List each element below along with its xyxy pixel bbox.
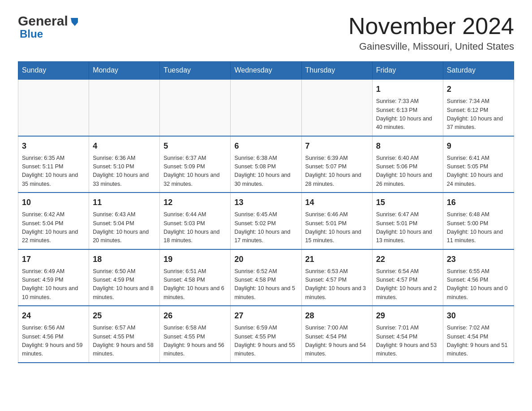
day-info: Sunrise: 6:51 AM Sunset: 4:58 PM Dayligh… (163, 267, 227, 302)
week-row-2: 3Sunrise: 6:35 AM Sunset: 5:11 PM Daylig… (18, 136, 514, 193)
day-number: 18 (93, 253, 156, 265)
week-row-4: 17Sunrise: 6:49 AM Sunset: 4:59 PM Dayli… (18, 249, 514, 306)
day-number: 22 (376, 253, 439, 265)
calendar-cell: 18Sunrise: 6:50 AM Sunset: 4:59 PM Dayli… (89, 249, 160, 306)
calendar-cell: 17Sunrise: 6:49 AM Sunset: 4:59 PM Dayli… (18, 249, 89, 306)
day-info: Sunrise: 6:52 AM Sunset: 4:58 PM Dayligh… (234, 267, 297, 302)
day-info: Sunrise: 6:36 AM Sunset: 5:10 PM Dayligh… (93, 154, 156, 189)
calendar-cell: 2Sunrise: 7:34 AM Sunset: 6:12 PM Daylig… (443, 79, 514, 136)
calendar-cell: 7Sunrise: 6:39 AM Sunset: 5:07 PM Daylig… (301, 136, 372, 193)
calendar-cell: 15Sunrise: 6:47 AM Sunset: 5:01 PM Dayli… (372, 193, 443, 249)
weekday-header-thursday: Thursday (301, 62, 372, 80)
calendar-cell: 16Sunrise: 6:48 AM Sunset: 5:00 PM Dayli… (443, 193, 514, 249)
calendar-cell (89, 79, 160, 136)
weekday-header-sunday: Sunday (18, 62, 89, 80)
day-number: 1 (376, 83, 439, 95)
day-info: Sunrise: 6:48 AM Sunset: 5:00 PM Dayligh… (447, 210, 510, 245)
day-info: Sunrise: 7:33 AM Sunset: 6:13 PM Dayligh… (376, 97, 439, 132)
calendar-cell: 30Sunrise: 7:02 AM Sunset: 4:54 PM Dayli… (443, 306, 514, 363)
calendar-cell: 23Sunrise: 6:55 AM Sunset: 4:56 PM Dayli… (443, 249, 514, 306)
day-info: Sunrise: 6:54 AM Sunset: 4:57 PM Dayligh… (376, 267, 439, 302)
calendar-cell: 8Sunrise: 6:40 AM Sunset: 5:06 PM Daylig… (372, 136, 443, 193)
day-number: 16 (447, 197, 510, 209)
logo: General Blue (18, 13, 80, 40)
day-info: Sunrise: 6:53 AM Sunset: 4:57 PM Dayligh… (305, 267, 369, 302)
week-row-3: 10Sunrise: 6:42 AM Sunset: 5:04 PM Dayli… (18, 193, 514, 249)
day-number: 3 (22, 140, 85, 152)
day-info: Sunrise: 7:34 AM Sunset: 6:12 PM Dayligh… (447, 97, 510, 132)
logo-general-text: General (18, 13, 68, 29)
logo-blue-text: Blue (20, 28, 43, 40)
calendar-cell: 9Sunrise: 6:41 AM Sunset: 5:05 PM Daylig… (443, 136, 514, 193)
day-number: 25 (93, 310, 156, 322)
day-info: Sunrise: 6:45 AM Sunset: 5:02 PM Dayligh… (234, 210, 297, 245)
day-number: 19 (163, 253, 227, 265)
day-number: 10 (22, 197, 85, 209)
calendar-cell: 13Sunrise: 6:45 AM Sunset: 5:02 PM Dayli… (231, 193, 301, 249)
calendar-cell: 22Sunrise: 6:54 AM Sunset: 4:57 PM Dayli… (372, 249, 443, 306)
weekday-header-friday: Friday (372, 62, 443, 80)
day-number: 2 (447, 83, 510, 95)
day-info: Sunrise: 6:59 AM Sunset: 4:55 PM Dayligh… (234, 324, 297, 359)
weekday-header-saturday: Saturday (443, 62, 514, 80)
calendar-cell (301, 79, 372, 136)
calendar-cell: 11Sunrise: 6:43 AM Sunset: 5:04 PM Dayli… (89, 193, 160, 249)
header: General Blue November 2024 Gainesville, … (18, 13, 514, 52)
day-info: Sunrise: 6:42 AM Sunset: 5:04 PM Dayligh… (22, 210, 85, 245)
calendar-cell: 5Sunrise: 6:37 AM Sunset: 5:09 PM Daylig… (160, 136, 231, 193)
day-info: Sunrise: 6:44 AM Sunset: 5:03 PM Dayligh… (163, 210, 227, 245)
day-number: 6 (234, 140, 297, 152)
day-info: Sunrise: 6:46 AM Sunset: 5:01 PM Dayligh… (305, 210, 369, 245)
day-number: 14 (305, 197, 369, 209)
calendar-cell: 28Sunrise: 7:00 AM Sunset: 4:54 PM Dayli… (301, 306, 372, 363)
calendar-cell (160, 79, 231, 136)
calendar-cell: 4Sunrise: 6:36 AM Sunset: 5:10 PM Daylig… (89, 136, 160, 193)
day-info: Sunrise: 6:39 AM Sunset: 5:07 PM Dayligh… (305, 154, 369, 189)
day-number: 23 (447, 253, 510, 265)
svg-marker-0 (71, 18, 78, 26)
calendar-cell: 14Sunrise: 6:46 AM Sunset: 5:01 PM Dayli… (301, 193, 372, 249)
day-number: 30 (447, 310, 510, 322)
day-number: 13 (234, 197, 297, 209)
calendar-cell: 6Sunrise: 6:38 AM Sunset: 5:08 PM Daylig… (231, 136, 301, 193)
day-info: Sunrise: 6:58 AM Sunset: 4:55 PM Dayligh… (163, 324, 227, 359)
day-info: Sunrise: 6:38 AM Sunset: 5:08 PM Dayligh… (234, 154, 297, 189)
calendar-table: SundayMondayTuesdayWednesdayThursdayFrid… (18, 61, 514, 363)
day-info: Sunrise: 7:01 AM Sunset: 4:54 PM Dayligh… (376, 324, 439, 359)
day-info: Sunrise: 7:00 AM Sunset: 4:54 PM Dayligh… (305, 324, 369, 359)
calendar-cell: 25Sunrise: 6:57 AM Sunset: 4:55 PM Dayli… (89, 306, 160, 363)
logo-arrow-icon (70, 16, 80, 28)
day-info: Sunrise: 6:47 AM Sunset: 5:01 PM Dayligh… (376, 210, 439, 245)
calendar-cell: 27Sunrise: 6:59 AM Sunset: 4:55 PM Dayli… (231, 306, 301, 363)
calendar-cell: 24Sunrise: 6:56 AM Sunset: 4:56 PM Dayli… (18, 306, 89, 363)
calendar-cell: 21Sunrise: 6:53 AM Sunset: 4:57 PM Dayli… (301, 249, 372, 306)
day-info: Sunrise: 6:43 AM Sunset: 5:04 PM Dayligh… (93, 210, 156, 245)
day-info: Sunrise: 6:37 AM Sunset: 5:09 PM Dayligh… (163, 154, 227, 189)
day-number: 26 (163, 310, 227, 322)
calendar-cell: 10Sunrise: 6:42 AM Sunset: 5:04 PM Dayli… (18, 193, 89, 249)
title-area: November 2024 Gainesville, Missouri, Uni… (348, 13, 514, 52)
day-info: Sunrise: 6:35 AM Sunset: 5:11 PM Dayligh… (22, 154, 85, 189)
month-title: November 2024 (348, 13, 514, 39)
calendar-cell (18, 79, 89, 136)
calendar-cell: 3Sunrise: 6:35 AM Sunset: 5:11 PM Daylig… (18, 136, 89, 193)
calendar-cell (231, 79, 301, 136)
weekday-header-wednesday: Wednesday (231, 62, 301, 80)
day-info: Sunrise: 6:50 AM Sunset: 4:59 PM Dayligh… (93, 267, 156, 302)
day-number: 9 (447, 140, 510, 152)
weekday-header-tuesday: Tuesday (160, 62, 231, 80)
day-info: Sunrise: 6:41 AM Sunset: 5:05 PM Dayligh… (447, 154, 510, 189)
day-number: 11 (93, 197, 156, 209)
day-info: Sunrise: 6:40 AM Sunset: 5:06 PM Dayligh… (376, 154, 439, 189)
weekday-header-row: SundayMondayTuesdayWednesdayThursdayFrid… (18, 62, 514, 80)
location-text: Gainesville, Missouri, United States (348, 41, 514, 52)
calendar-cell: 1Sunrise: 7:33 AM Sunset: 6:13 PM Daylig… (372, 79, 443, 136)
day-number: 27 (234, 310, 297, 322)
day-info: Sunrise: 6:49 AM Sunset: 4:59 PM Dayligh… (22, 267, 85, 302)
calendar-cell: 12Sunrise: 6:44 AM Sunset: 5:03 PM Dayli… (160, 193, 231, 249)
calendar-cell: 19Sunrise: 6:51 AM Sunset: 4:58 PM Dayli… (160, 249, 231, 306)
day-number: 15 (376, 197, 439, 209)
day-number: 29 (376, 310, 439, 322)
day-number: 28 (305, 310, 369, 322)
day-number: 20 (234, 253, 297, 265)
